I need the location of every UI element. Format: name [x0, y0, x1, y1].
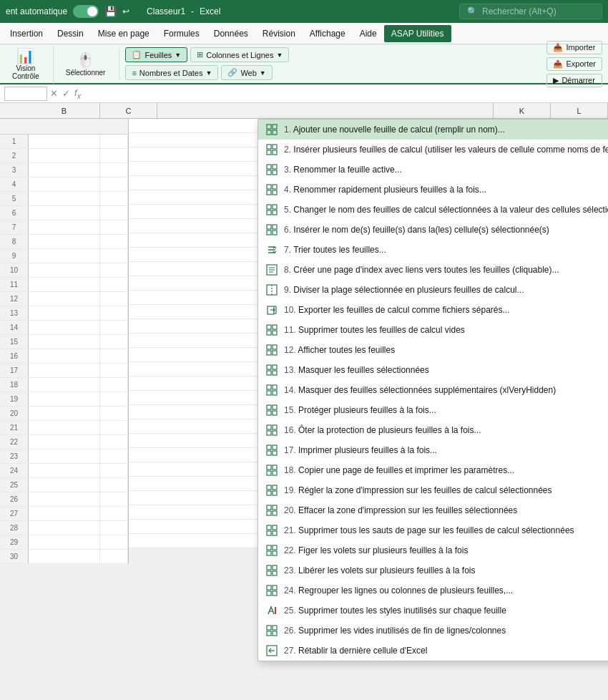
dropdown-item-21[interactable]: 21. Supprimer tous les sauts de page sur… — [258, 520, 608, 540]
dropdown-item-6[interactable]: 6. Insérer le nom de(s) feuille(s) dans … — [258, 220, 608, 240]
cell-c5[interactable] — [100, 192, 128, 205]
cell-c17[interactable] — [100, 364, 128, 377]
cell-b22[interactable] — [29, 435, 100, 449]
cell-c4[interactable] — [100, 178, 128, 191]
cell-c22[interactable] — [100, 435, 128, 449]
cell-c9[interactable] — [100, 249, 128, 263]
dropdown-item-4[interactable]: 4. Renommer rapidement plusieurs feuille… — [258, 180, 608, 200]
menu-item-donnees[interactable]: Données — [207, 25, 255, 42]
cell-c27[interactable] — [100, 507, 128, 520]
cell-c13[interactable] — [100, 306, 128, 320]
dropdown-item-5[interactable]: 5. Changer le nom des feuilles de calcul… — [258, 200, 608, 220]
dropdown-item-11[interactable]: 11. Supprimer toutes les feuilles de cal… — [258, 320, 608, 340]
menu-item-affichage[interactable]: Affichage — [303, 25, 353, 42]
cell-c15[interactable] — [100, 335, 128, 349]
dropdown-item-3[interactable]: 3. Renommer la feuille active... — [258, 160, 608, 180]
fx-icon[interactable]: fx — [74, 87, 81, 100]
dropdown-item-2[interactable]: 2. Insérer plusieurs feuilles de calcul … — [258, 140, 608, 160]
dropdown-item-22[interactable]: 22. Figer les volets sur plusieurs feuil… — [258, 540, 608, 560]
formula-input[interactable] — [84, 89, 604, 98]
dropdown-item-27[interactable]: 27. Rétablir la dernière cellule d'Excel — [258, 641, 608, 661]
cell-c26[interactable] — [100, 492, 128, 506]
dropdown-item-26[interactable]: 26. Supprimer les vides inutilisés de fi… — [258, 621, 608, 641]
cell-b9[interactable] — [29, 249, 100, 263]
cell-c12[interactable] — [100, 292, 128, 306]
cell-c14[interactable] — [100, 321, 128, 334]
cell-b19[interactable] — [29, 392, 100, 406]
cell-c29[interactable] — [100, 535, 128, 549]
cell-c8[interactable] — [100, 235, 128, 248]
cell-b21[interactable] — [29, 421, 100, 434]
menu-item-revision[interactable]: Révision — [255, 25, 303, 42]
cell-b17[interactable] — [29, 364, 100, 377]
cell-b4[interactable] — [29, 178, 100, 191]
cell-b16[interactable] — [29, 349, 100, 363]
save-icon[interactable]: 💾 — [104, 6, 117, 17]
cell-b6[interactable] — [29, 206, 100, 220]
cell-b5[interactable] — [29, 192, 100, 205]
cell-c1[interactable] — [100, 135, 128, 148]
cell-c18[interactable] — [100, 378, 128, 392]
cell-c11[interactable] — [100, 278, 128, 291]
dropdown-item-20[interactable]: 20. Effacer la zone d'impression sur les… — [258, 500, 608, 520]
cell-b10[interactable] — [29, 263, 100, 277]
web-btn[interactable]: 🔗 Web ▼ — [221, 65, 272, 80]
dropdown-item-16[interactable]: 16. Ôter la protection de plusieurs feui… — [258, 420, 608, 440]
menu-item-formules[interactable]: Formules — [157, 25, 207, 42]
undo-icon[interactable]: ↩ — [122, 6, 129, 16]
cell-b30[interactable] — [29, 550, 100, 563]
cell-b27[interactable] — [29, 507, 100, 520]
dropdown-item-25[interactable]: 25. Supprimer toutes les styles inutilis… — [258, 601, 608, 621]
demarrer-btn[interactable]: ▶ Démarrer — [546, 74, 602, 87]
cell-c21[interactable] — [100, 421, 128, 434]
cell-b25[interactable] — [29, 478, 100, 492]
dropdown-item-18[interactable]: 18. Copier une page de feuilles et impri… — [258, 460, 608, 480]
cell-c19[interactable] — [100, 392, 128, 406]
cell-b15[interactable] — [29, 335, 100, 349]
dropdown-item-24[interactable]: 24. Regrouper les lignes ou colonnes de … — [258, 580, 608, 601]
check-icon[interactable]: ✓ — [62, 88, 70, 99]
cell-b18[interactable] — [29, 378, 100, 392]
dropdown-item-8[interactable]: 8. Créer une page d'index avec liens ver… — [258, 260, 608, 280]
cell-c10[interactable] — [100, 263, 128, 277]
exporter-btn[interactable]: 📤 Exporter — [546, 57, 602, 71]
name-box[interactable] — [4, 87, 47, 101]
cell-b14[interactable] — [29, 321, 100, 334]
vision-controle-btn[interactable]: 📊 Vision Contrôle — [6, 44, 46, 84]
feuilles-btn[interactable]: 📋 Feuilles ▼ — [125, 47, 187, 62]
cell-c30[interactable] — [100, 550, 128, 563]
cell-b28[interactable] — [29, 521, 100, 535]
nombres-dates-btn[interactable]: ≡ Nombres et Dates ▼ — [125, 65, 218, 80]
dropdown-item-10[interactable]: 10. Exporter les feuilles de calcul comm… — [258, 300, 608, 320]
dropdown-item-17[interactable]: 17. Imprimer plusieurs feuilles à la foi… — [258, 440, 608, 460]
dropdown-item-13[interactable]: 13. Masquer les feuilles sélectionnées — [258, 360, 608, 380]
cell-c16[interactable] — [100, 349, 128, 363]
cell-b11[interactable] — [29, 278, 100, 291]
cell-b13[interactable] — [29, 306, 100, 320]
cell-b26[interactable] — [29, 492, 100, 506]
cell-b1[interactable] — [29, 135, 100, 148]
dropdown-item-15[interactable]: 15. Protéger plusieurs feuilles à la foi… — [258, 400, 608, 420]
search-box[interactable]: 🔍 Rechercher (Alt+Q) — [459, 4, 602, 19]
cell-b2[interactable] — [29, 149, 100, 162]
cell-b8[interactable] — [29, 235, 100, 248]
dropdown-item-19[interactable]: 19. Régler la zone d'impression sur les … — [258, 480, 608, 500]
cell-b23[interactable] — [29, 449, 100, 463]
cell-c3[interactable] — [100, 163, 128, 177]
cell-c24[interactable] — [100, 464, 128, 477]
cell-c7[interactable] — [100, 220, 128, 234]
cell-c20[interactable] — [100, 407, 128, 420]
importer-btn[interactable]: 📥 Importer — [546, 41, 602, 54]
dropdown-item-23[interactable]: 23. Libérer les volets sur plusieurs feu… — [258, 560, 608, 580]
cell-c28[interactable] — [100, 521, 128, 535]
menu-item-asap[interactable]: ASAP Utilities — [384, 25, 451, 42]
dropdown-item-12[interactable]: 12. Afficher toutes les feuilles — [258, 340, 608, 360]
cell-b12[interactable] — [29, 292, 100, 306]
auto-save-toggle[interactable] — [73, 5, 99, 18]
dropdown-item-14[interactable]: 14. Masquer des feuilles sélectionnées s… — [258, 380, 608, 400]
menu-item-dessin[interactable]: Dessin — [50, 25, 91, 42]
cell-b3[interactable] — [29, 163, 100, 177]
cell-c25[interactable] — [100, 478, 128, 492]
menu-item-aide[interactable]: Aide — [353, 25, 384, 42]
menu-item-mise-en-page[interactable]: Mise en page — [91, 25, 157, 42]
